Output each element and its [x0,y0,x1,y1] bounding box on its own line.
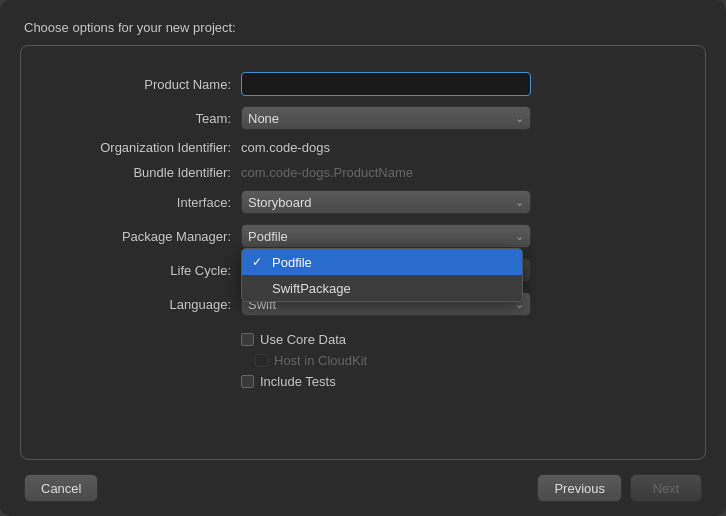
host-in-cloudkit-label: Host in CloudKit [274,353,367,368]
team-label: Team: [61,111,241,126]
previous-button[interactable]: Previous [537,474,622,502]
next-button[interactable]: Next [630,474,702,502]
team-select[interactable]: None ⌄ [241,106,531,130]
interface-control: Storyboard ⌄ [241,190,531,214]
host-in-cloudkit-checkbox[interactable] [255,354,268,367]
dialog-footer: Cancel Previous Next [0,460,726,516]
bundle-id-control: com.code-dogs.ProductName [241,165,531,180]
use-core-data-row: Use Core Data [241,332,665,347]
team-value: None [248,111,279,126]
org-id-label: Organization Identifier: [61,140,241,155]
bundle-id-value: com.code-dogs.ProductName [241,163,413,182]
package-manager-row: Package Manager: Podfile ⌄ ✓ Podfile S [61,224,665,248]
org-id-value: com.code-dogs [241,138,330,157]
life-cycle-label: Life Cycle: [61,263,241,278]
use-core-data-checkbox[interactable] [241,333,254,346]
dropdown-item-podfile[interactable]: ✓ Podfile [242,249,522,275]
team-chevron-icon: ⌄ [515,112,524,125]
dialog: Choose options for your new project: Pro… [0,0,726,516]
checkmark-icon: ✓ [252,255,268,269]
product-name-input[interactable] [241,72,531,96]
team-control: None ⌄ [241,106,531,130]
interface-row: Interface: Storyboard ⌄ [61,190,665,214]
include-tests-label: Include Tests [260,374,336,389]
bundle-id-label: Bundle Identifier: [61,165,241,180]
package-manager-value: Podfile [248,229,288,244]
package-manager-dropdown: ✓ Podfile SwiftPackage [241,248,523,302]
org-id-control: com.code-dogs [241,140,531,155]
product-name-label: Product Name: [61,77,241,92]
dialog-header: Choose options for your new project: [0,0,726,45]
package-manager-label: Package Manager: [61,229,241,244]
dropdown-item-swiftpackage[interactable]: SwiftPackage [242,275,522,301]
dropdown-item-podfile-label: Podfile [272,255,312,270]
include-tests-row: Include Tests [241,374,665,389]
form-content: Product Name: Team: None ⌄ Organization … [21,62,705,449]
include-tests-checkbox[interactable] [241,375,254,388]
package-manager-chevron-icon: ⌄ [515,230,524,243]
product-name-row: Product Name: [61,72,665,96]
bundle-id-row: Bundle Identifier: com.code-dogs.Product… [61,165,665,180]
checkboxes-section: Use Core Data Host in CloudKit Include T… [241,332,665,389]
use-core-data-label: Use Core Data [260,332,346,347]
language-label: Language: [61,297,241,312]
interface-label: Interface: [61,195,241,210]
footer-right: Previous Next [537,474,702,502]
host-in-cloudkit-row: Host in CloudKit [241,353,665,368]
interface-select[interactable]: Storyboard ⌄ [241,190,531,214]
interface-chevron-icon: ⌄ [515,196,524,209]
dropdown-item-swiftpackage-label: SwiftPackage [272,281,351,296]
product-name-control [241,72,531,96]
interface-value: Storyboard [248,195,312,210]
cancel-button[interactable]: Cancel [24,474,98,502]
dialog-title: Choose options for your new project: [24,20,236,35]
package-manager-container: Podfile ⌄ ✓ Podfile SwiftPackage [241,224,531,248]
package-manager-select[interactable]: Podfile ⌄ [241,224,531,248]
team-row: Team: None ⌄ [61,106,665,130]
org-id-row: Organization Identifier: com.code-dogs [61,140,665,155]
